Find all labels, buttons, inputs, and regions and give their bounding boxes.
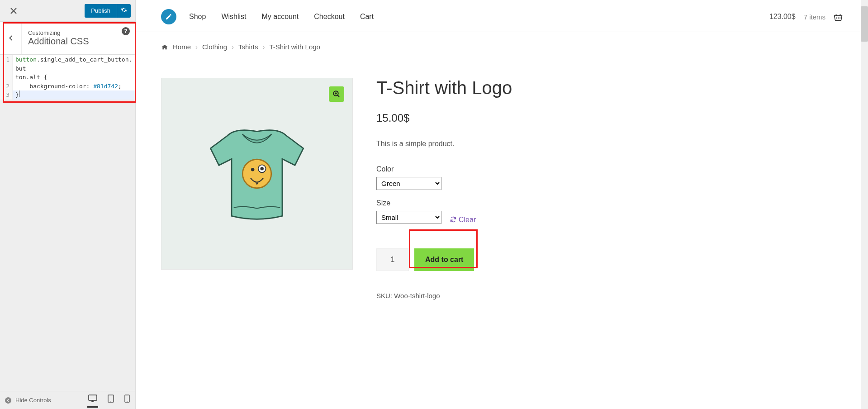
product-description: This is a simple product. [376,140,648,148]
svg-rect-1 [89,395,97,400]
basket-icon [834,13,843,21]
svg-point-3 [110,401,111,402]
zoom-button[interactable] [329,86,344,102]
breadcrumb-clothing[interactable]: Clothing [202,43,227,51]
scrollbar[interactable] [861,0,868,409]
add-to-cart-button[interactable]: Add to cart [414,248,474,271]
site-preview: Shop Wishlist My account Checkout Cart 1… [136,0,868,409]
back-button[interactable] [0,22,22,54]
hide-controls-button[interactable]: Hide Controls [5,397,51,404]
chevron-left-icon [8,35,14,41]
help-icon: ? [124,28,127,34]
css-editor[interactable]: 1 button.single_add_to_cart_button.butto… [0,55,135,100]
nav-checkout[interactable]: Checkout [314,13,345,21]
scrollbar-thumb[interactable] [861,6,868,42]
variation-color-label: Color [376,165,648,173]
product-section: T-Shirt with Logo 15.00$ This is a simpl… [136,54,868,309]
customizer-title: Additional CSS [28,36,129,47]
nav-cart[interactable]: Cart [360,13,374,21]
device-tablet-button[interactable] [106,393,115,408]
customizer-footer: Hide Controls [0,391,135,409]
breadcrumb: Home › Clothing › Tshirts › T-Shirt with… [136,32,868,54]
close-icon [10,7,17,14]
mobile-icon [124,395,130,403]
help-button[interactable]: ? [122,27,130,35]
svg-point-10 [260,167,263,170]
main-nav: Shop Wishlist My account Checkout Cart [189,13,374,21]
collapse-icon [5,397,12,404]
variation-size-select[interactable]: Small [376,211,441,224]
breadcrumb-tshirts[interactable]: Tshirts [238,43,258,51]
desktop-icon [88,395,97,403]
product-title: T-Shirt with Logo [376,78,648,98]
magnify-plus-icon [332,90,341,98]
home-icon [161,44,168,50]
svg-point-5 [127,401,128,402]
product-price: 15.00$ [376,112,648,124]
gear-icon [121,7,127,13]
svg-point-8 [251,168,254,171]
product-image[interactable] [194,110,320,237]
svg-point-0 [5,397,11,404]
breadcrumb-home[interactable]: Home [173,43,191,51]
cart-summary[interactable]: 123.00$ 7 items [769,13,843,21]
publish-settings-button[interactable] [117,4,131,18]
clear-variations-link[interactable]: Clear [450,216,476,224]
variation-color-select[interactable]: Green [376,177,441,190]
quantity-input[interactable] [376,248,409,271]
cart-total: 123.00$ [769,13,796,21]
product-sku: SKU: Woo-tshirt-logo [376,292,648,300]
breadcrumb-current: T-Shirt with Logo [269,43,320,51]
device-desktop-button[interactable] [87,393,98,408]
pencil-icon [165,13,172,20]
publish-button[interactable]: Publish [85,4,117,17]
nav-wishlist[interactable]: Wishlist [221,13,246,21]
nav-shop[interactable]: Shop [189,13,206,21]
site-logo[interactable] [161,9,176,24]
customizer-suptitle: Customizing [28,29,129,36]
variation-size-label: Size [376,199,441,207]
site-header: Shop Wishlist My account Checkout Cart 1… [136,0,868,32]
device-mobile-button[interactable] [123,393,131,408]
customizer-sidebar: Publish Customizing Additional CSS ? 1 b… [0,0,136,409]
customizer-header: Customizing Additional CSS ? [0,22,135,55]
refresh-icon [450,216,457,223]
product-gallery [161,78,353,270]
nav-account[interactable]: My account [261,13,299,21]
close-customizer-button[interactable] [5,2,23,20]
tablet-icon [107,395,114,403]
cart-items-count: 7 items [804,13,825,21]
